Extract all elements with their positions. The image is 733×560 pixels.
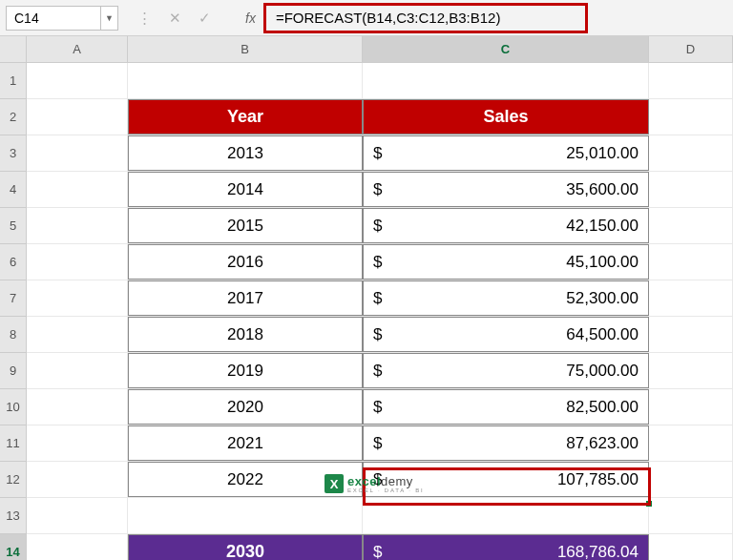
cell-a9[interactable] xyxy=(27,353,128,388)
row-header-14[interactable]: 14 xyxy=(0,534,26,560)
cell-sales[interactable]: $42,150.00 xyxy=(363,208,649,243)
cell-a2[interactable] xyxy=(27,99,128,135)
row-header-3[interactable]: 3 xyxy=(0,135,26,172)
cell-d11[interactable] xyxy=(649,425,733,461)
row-header-9[interactable]: 9 xyxy=(0,353,26,389)
cell-year[interactable]: 2016 xyxy=(128,244,363,280)
formula-bar-area: C14 ▼ ⋮ ✕ ✓ fx =FORECAST(B14,C3:C12,B3:B… xyxy=(0,0,733,36)
cell-d8[interactable] xyxy=(649,317,733,352)
cell-d10[interactable] xyxy=(649,389,733,425)
cell-a14[interactable] xyxy=(27,534,128,560)
cell-sales[interactable]: $107,785.00 xyxy=(363,462,649,497)
cell-sales[interactable]: $82,500.00 xyxy=(363,389,649,425)
cell-year[interactable]: 2015 xyxy=(128,208,363,243)
cell-d6[interactable] xyxy=(649,244,733,280)
cell-year[interactable]: 2019 xyxy=(128,353,363,388)
cell-d13[interactable] xyxy=(649,498,733,533)
cell-year[interactable]: 2014 xyxy=(128,172,363,207)
cell-d4[interactable] xyxy=(649,172,733,207)
cell-a8[interactable] xyxy=(27,317,128,352)
cell-year[interactable]: 2022 xyxy=(128,462,363,497)
cell-year[interactable]: 2017 xyxy=(128,280,363,316)
formula-bar-buttons: ⋮ ✕ ✓ fx xyxy=(137,10,256,27)
cell-b13[interactable] xyxy=(128,498,363,533)
row-header-11[interactable]: 11 xyxy=(0,425,26,462)
col-header-d[interactable]: D xyxy=(649,36,733,62)
header-year[interactable]: Year xyxy=(128,99,363,135)
amount-value: 82,500.00 xyxy=(566,398,639,417)
row-header-6[interactable]: 6 xyxy=(0,244,26,280)
dots-icon: ⋮ xyxy=(137,10,152,27)
row-2: Year Sales xyxy=(27,99,733,135)
amount-value: 75,000.00 xyxy=(566,362,639,381)
cell-a7[interactable] xyxy=(27,280,128,316)
col-header-b[interactable]: B xyxy=(128,36,363,62)
currency-symbol: $ xyxy=(373,217,382,236)
cell-a1[interactable] xyxy=(27,63,128,98)
row-headers: 1 2 3 4 5 6 7 8 9 10 11 12 13 14 xyxy=(0,36,27,560)
cell-d2[interactable] xyxy=(649,99,733,135)
row-header-7[interactable]: 7 xyxy=(0,280,26,317)
currency-symbol: $ xyxy=(373,362,382,381)
cell-c1[interactable] xyxy=(363,63,649,98)
cell-year[interactable]: 2018 xyxy=(128,317,363,352)
name-box-dropdown[interactable]: ▼ xyxy=(101,6,118,31)
cell-b1[interactable] xyxy=(128,63,363,98)
row-7: 2017 $52,300.00 xyxy=(27,280,733,317)
cell-sales[interactable]: $75,000.00 xyxy=(363,353,649,388)
cell-sales[interactable]: $45,100.00 xyxy=(363,244,649,280)
row-8: 2018 $64,500.00 xyxy=(27,317,733,353)
row-header-4[interactable]: 4 xyxy=(0,172,26,208)
row-12: 2022 $107,785.00 xyxy=(27,462,733,498)
header-sales[interactable]: Sales xyxy=(363,99,649,135)
col-header-c[interactable]: C xyxy=(363,36,649,62)
cell-a6[interactable] xyxy=(27,244,128,280)
cell-year[interactable]: 2020 xyxy=(128,389,363,425)
cell-sales[interactable]: $52,300.00 xyxy=(363,280,649,316)
cell-d9[interactable] xyxy=(649,353,733,388)
fx-icon[interactable]: fx xyxy=(245,10,256,26)
accept-icon[interactable]: ✓ xyxy=(199,10,211,27)
cell-a4[interactable] xyxy=(27,172,128,207)
cell-sales[interactable]: $35,600.00 xyxy=(363,172,649,207)
row-header-12[interactable]: 12 xyxy=(0,462,26,498)
cell-sales[interactable]: $25,010.00 xyxy=(363,135,649,171)
row-header-8[interactable]: 8 xyxy=(0,317,26,353)
cell-d12[interactable] xyxy=(649,462,733,497)
cell-c13[interactable] xyxy=(363,498,649,533)
col-header-a[interactable]: A xyxy=(27,36,128,62)
row-1 xyxy=(27,63,733,99)
cell-year[interactable]: 2013 xyxy=(128,135,363,171)
cell-sales[interactable]: $87,623.00 xyxy=(363,425,649,461)
amount-value: 25,010.00 xyxy=(566,144,639,163)
cell-a3[interactable] xyxy=(27,135,128,171)
formula-input[interactable]: =FORECAST(B14,C3:C12,B3:B12) xyxy=(276,10,501,26)
name-box[interactable]: C14 xyxy=(6,6,101,31)
cell-a11[interactable] xyxy=(27,425,128,461)
cell-d7[interactable] xyxy=(649,280,733,316)
row-13 xyxy=(27,498,733,534)
cancel-icon[interactable]: ✕ xyxy=(169,10,181,27)
forecast-year[interactable]: 2030 xyxy=(128,534,363,560)
row-header-1[interactable]: 1 xyxy=(0,63,26,99)
row-header-10[interactable]: 10 xyxy=(0,389,26,425)
cell-d1[interactable] xyxy=(649,63,733,98)
amount-value: 42,150.00 xyxy=(566,217,639,236)
cell-d14[interactable] xyxy=(649,534,733,560)
cell-a12[interactable] xyxy=(27,462,128,497)
row-6: 2016 $45,100.00 xyxy=(27,244,733,280)
cell-d3[interactable] xyxy=(649,135,733,171)
row-header-5[interactable]: 5 xyxy=(0,208,26,244)
cell-d5[interactable] xyxy=(649,208,733,243)
cell-year[interactable]: 2021 xyxy=(128,425,363,461)
cell-a10[interactable] xyxy=(27,389,128,425)
row-header-2[interactable]: 2 xyxy=(0,99,26,135)
cell-a5[interactable] xyxy=(27,208,128,243)
select-all-corner[interactable] xyxy=(0,36,26,63)
cell-sales[interactable]: $64,500.00 xyxy=(363,317,649,352)
forecast-amount: 168,786.04 xyxy=(557,543,639,561)
currency-symbol: $ xyxy=(373,543,382,561)
row-header-13[interactable]: 13 xyxy=(0,498,26,534)
cell-a13[interactable] xyxy=(27,498,128,533)
forecast-sales[interactable]: $168,786.04 xyxy=(363,534,649,560)
